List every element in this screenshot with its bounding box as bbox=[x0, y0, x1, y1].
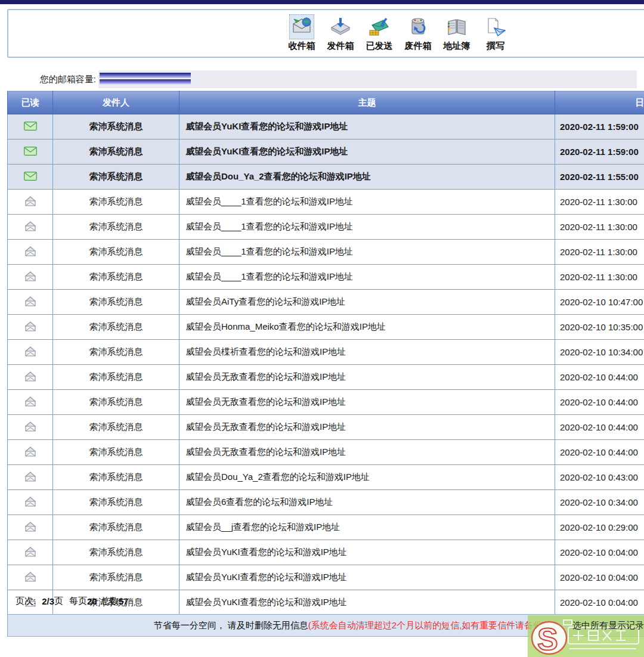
date-cell: 2020-02-10 0:43:00 bbox=[555, 465, 644, 490]
mail-row[interactable]: 索沛系统消息 威望会员Dou_Ya_2查看您的论坛和游戏IP地址 2020-02… bbox=[8, 465, 644, 490]
pagination-per-value: 20 bbox=[87, 596, 97, 606]
mail-row[interactable]: 索沛系统消息 威望会员楪祈查看您的论坛和游戏IP地址 2020-02-10 10… bbox=[8, 340, 644, 365]
envelope-open-icon bbox=[24, 547, 37, 559]
date-cell: 2020-02-11 1:55:00 bbox=[555, 165, 644, 190]
toolbar-addressbook-label: 地址簿 bbox=[444, 41, 470, 52]
mail-row[interactable]: 索沛系统消息 威望会员无敌查看您的论坛和游戏IP地址 2020-02-10 0:… bbox=[8, 390, 644, 415]
mail-row[interactable]: 索沛系统消息 威望会员AiTy查看您的论坛和游戏IP地址 2020-02-10 … bbox=[8, 290, 644, 315]
mail-row[interactable]: 索沛系统消息 威望会员YuKI查看您的论坛和游戏IP地址 2020-02-10 … bbox=[8, 540, 644, 565]
envelope-open-icon bbox=[24, 271, 37, 283]
envelope-open-icon bbox=[24, 522, 37, 534]
pagination-page-unit: 页 bbox=[54, 596, 63, 607]
date-cell: 2020-02-10 0:44:00 bbox=[555, 365, 644, 390]
trash-icon bbox=[405, 14, 431, 39]
mail-row[interactable]: 索沛系统消息 威望会员无敌查看您的论坛和游戏IP地址 2020-02-10 0:… bbox=[8, 365, 644, 390]
pagination-label: 页次: bbox=[16, 596, 36, 607]
header-sender: 发件人 bbox=[53, 91, 179, 114]
mail-row[interactable]: 索沛系统消息 威望会员____1查看您的论坛和游戏IP地址 2020-02-11… bbox=[8, 215, 644, 240]
capacity-label: 您的邮箱容量: bbox=[40, 74, 96, 85]
capacity-label-cell: 您的邮箱容量: bbox=[7, 70, 98, 88]
subject-cell[interactable]: 威望会员Dou_Ya_2查看您的论坛和游戏IP地址 bbox=[179, 165, 555, 190]
mail-row[interactable]: 索沛系统消息 威望会员YuKI查看您的论坛和游戏IP地址 2020-02-11 … bbox=[8, 140, 644, 165]
mail-row[interactable]: 索沛系统消息 威望会员Honma_Meiko查看您的论坛和游戏IP地址 2020… bbox=[8, 315, 644, 340]
pagination-total-label: 总数 bbox=[101, 596, 119, 607]
envelope-open-icon bbox=[24, 572, 37, 584]
toolbar-inbox[interactable]: 收件箱 bbox=[287, 14, 316, 52]
subject-cell[interactable]: 威望会员YuKI查看您的论坛和游戏IP地址 bbox=[179, 140, 555, 165]
pagination-bar: 页次: 2/3 页 每页 20 总数 57 bbox=[7, 589, 644, 613]
envelope-open-icon bbox=[24, 422, 37, 433]
subject-cell[interactable]: 威望会员____1查看您的论坛和游戏IP地址 bbox=[179, 240, 555, 265]
compose-icon bbox=[483, 14, 508, 39]
subject-cell[interactable]: 威望会员____1查看您的论坛和游戏IP地址 bbox=[179, 265, 555, 290]
toolbar-sent[interactable]: 已发送 bbox=[365, 14, 394, 52]
top-strip bbox=[0, 0, 644, 4]
sender-cell: 索沛系统消息 bbox=[53, 515, 179, 540]
read-status-cell bbox=[8, 540, 53, 565]
warning-text: (系统会自动清理超过2个月以前的短信,如有重要信件请备份) bbox=[308, 620, 546, 631]
subject-cell[interactable]: 威望会员AiTy查看您的论坛和游戏IP地址 bbox=[179, 290, 555, 315]
mail-row[interactable]: 索沛系统消息 威望会员YuKI查看您的论坛和游戏IP地址 2020-02-11 … bbox=[8, 114, 644, 140]
mail-row[interactable]: 索沛系统消息 威望会员____1查看您的论坛和游戏IP地址 2020-02-11… bbox=[8, 240, 644, 265]
envelope-open-icon bbox=[24, 321, 37, 333]
sender-cell: 索沛系统消息 bbox=[53, 465, 179, 490]
date-cell: 2020-02-11 1:59:00 bbox=[555, 140, 644, 165]
mail-row[interactable]: 索沛系统消息 威望会员____1查看您的论坛和游戏IP地址 2020-02-11… bbox=[8, 190, 644, 215]
toolbar-inbox-label: 收件箱 bbox=[289, 41, 315, 52]
sender-cell: 索沛系统消息 bbox=[53, 290, 179, 315]
select-all-label[interactable]: 选中所有显示记录 bbox=[572, 620, 644, 631]
toolbar-trash-label: 废件箱 bbox=[405, 41, 432, 52]
sender-cell: 索沛系统消息 bbox=[53, 565, 179, 590]
mail-row[interactable]: 索沛系统消息 威望会员无敌查看您的论坛和游戏IP地址 2020-02-10 0:… bbox=[8, 440, 644, 465]
toolbar-trash[interactable]: 废件箱 bbox=[404, 14, 432, 52]
subject-cell[interactable]: 威望会员__j查看您的论坛和游戏IP地址 bbox=[179, 515, 555, 540]
sender-cell: 索沛系统消息 bbox=[53, 365, 179, 390]
subject-cell[interactable]: 威望会员无敌查看您的论坛和游戏IP地址 bbox=[179, 390, 555, 415]
subject-cell[interactable]: 威望会员____1查看您的论坛和游戏IP地址 bbox=[179, 190, 555, 215]
sender-cell: 索沛系统消息 bbox=[53, 540, 179, 565]
read-status-cell bbox=[8, 114, 53, 140]
envelope-open-icon bbox=[24, 246, 37, 258]
subject-cell[interactable]: 威望会员无敌查看您的论坛和游戏IP地址 bbox=[179, 365, 555, 390]
date-cell: 2020-02-11 1:30:00 bbox=[555, 240, 644, 265]
envelope-open-icon bbox=[24, 196, 37, 208]
date-cell: 2020-02-10 10:47:00 bbox=[555, 290, 644, 315]
read-status-cell bbox=[8, 290, 53, 315]
read-status-cell bbox=[8, 440, 53, 465]
read-status-cell bbox=[8, 365, 53, 390]
toolbar-outbox[interactable]: 发件箱 bbox=[326, 14, 355, 52]
subject-cell[interactable]: 威望会员Dou_Ya_2查看您的论坛和游戏IP地址 bbox=[179, 465, 555, 490]
subject-cell[interactable]: 威望会员YuKI查看您的论坛和游戏IP地址 bbox=[179, 114, 555, 140]
subject-cell[interactable]: 威望会员____1查看您的论坛和游戏IP地址 bbox=[179, 215, 555, 240]
date-cell: 2020-02-10 0:44:00 bbox=[555, 390, 644, 415]
mail-row[interactable]: 索沛系统消息 威望会员Dou_Ya_2查看您的论坛和游戏IP地址 2020-02… bbox=[8, 165, 644, 190]
subject-cell[interactable]: 威望会员无敌查看您的论坛和游戏IP地址 bbox=[179, 440, 555, 465]
toolbar-addressbook[interactable]: 地址簿 bbox=[442, 14, 471, 52]
subject-cell[interactable]: 威望会员YuKI查看您的论坛和游戏IP地址 bbox=[179, 540, 555, 565]
sender-cell: 索沛系统消息 bbox=[53, 340, 179, 365]
date-cell: 2020-02-10 0:34:00 bbox=[555, 490, 644, 515]
subject-cell[interactable]: 威望会员YuKI查看您的论坛和游戏IP地址 bbox=[179, 565, 555, 590]
sender-cell: 索沛系统消息 bbox=[53, 215, 179, 240]
read-status-cell bbox=[8, 215, 53, 240]
envelope-closed-icon bbox=[24, 172, 37, 182]
notice-text: 节省每一分空间， 请及时删除无用信息 bbox=[154, 620, 308, 631]
subject-cell[interactable]: 威望会员楪祈查看您的论坛和游戏IP地址 bbox=[179, 340, 555, 365]
read-status-cell bbox=[8, 240, 53, 265]
addressbook-icon bbox=[444, 14, 469, 39]
mail-row[interactable]: 索沛系统消息 威望会员__j查看您的论坛和游戏IP地址 2020-02-10 0… bbox=[8, 515, 644, 540]
date-cell: 2020-02-10 10:34:00 bbox=[555, 340, 644, 365]
mail-row[interactable]: 索沛系统消息 威望会员6查看您的论坛和游戏IP地址 2020-02-10 0:3… bbox=[8, 490, 644, 515]
mail-row[interactable]: 索沛系统消息 威望会员____1查看您的论坛和游戏IP地址 2020-02-11… bbox=[8, 265, 644, 290]
envelope-open-icon bbox=[24, 346, 37, 358]
subject-cell[interactable]: 威望会员Honma_Meiko查看您的论坛和游戏IP地址 bbox=[179, 315, 555, 340]
pagination-per-label: 每页 bbox=[69, 596, 87, 607]
header-read: 已读 bbox=[8, 91, 53, 114]
mail-row[interactable]: 索沛系统消息 威望会员无敌查看您的论坛和游戏IP地址 2020-02-10 0:… bbox=[8, 415, 644, 440]
subject-cell[interactable]: 威望会员无敌查看您的论坛和游戏IP地址 bbox=[179, 415, 555, 440]
read-status-cell bbox=[8, 390, 53, 415]
mail-row[interactable]: 索沛系统消息 威望会员YuKI查看您的论坛和游戏IP地址 2020-02-10 … bbox=[8, 565, 644, 590]
read-status-cell bbox=[8, 515, 53, 540]
toolbar-compose[interactable]: 撰写 bbox=[481, 14, 510, 52]
subject-cell[interactable]: 威望会员6查看您的论坛和游戏IP地址 bbox=[179, 490, 555, 515]
